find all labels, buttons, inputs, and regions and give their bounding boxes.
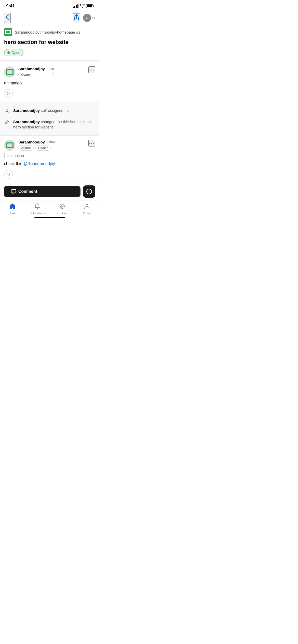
breadcrumb: Sarahmoodjoy / moodjoyhomepage #2	[4, 28, 95, 36]
repo-avatar	[4, 28, 12, 36]
section-divider	[0, 60, 99, 62]
more-options-button[interactable]: ···	[88, 66, 95, 73]
emoji-button-2[interactable]: ☺	[4, 170, 13, 179]
svg-rect-15	[6, 147, 13, 148]
avatar-section: S	[83, 14, 95, 22]
status-icons	[73, 4, 93, 8]
activity-title-changed: Sarahmoodjoy changed the title hero sect…	[4, 116, 95, 132]
svg-point-21	[86, 204, 88, 206]
issue-title: hero section for website	[4, 39, 95, 46]
svg-rect-2	[4, 28, 12, 36]
svg-rect-5	[5, 30, 6, 34]
more-options-button-2[interactable]: ···	[88, 140, 95, 147]
svg-rect-4	[5, 33, 11, 34]
svg-rect-10	[6, 69, 7, 75]
avatar	[4, 66, 15, 78]
signal-bars-icon	[73, 4, 78, 8]
battery-icon	[86, 4, 93, 8]
second-comment: Sarahmoodjoy · now Author Owner ··· anim…	[0, 136, 99, 183]
svg-rect-14	[6, 142, 13, 143]
tab-bar: Home Notifications Explore Profi	[0, 200, 99, 216]
svg-point-13	[4, 140, 15, 151]
author-name-row: Sarahmoodjoy · 1m	[18, 67, 54, 71]
tab-home[interactable]: Home	[0, 203, 25, 215]
svg-rect-9	[6, 74, 13, 75]
author-name-row-2: Sarahmoodjoy · now	[18, 140, 56, 144]
tab-profile-label: Profile	[83, 212, 91, 215]
role-badge: Owner	[18, 72, 54, 77]
svg-rect-8	[6, 69, 13, 70]
svg-rect-16	[6, 142, 7, 148]
activity-title-text: Sarahmoodjoy changed the title hero sect…	[13, 119, 91, 130]
tab-notifications[interactable]: Notifications	[25, 203, 50, 215]
home-icon	[9, 203, 16, 211]
dot-1	[92, 17, 93, 19]
info-button[interactable]	[83, 185, 95, 198]
comment-header: Sarahmoodjoy · 1m Owner ···	[4, 66, 95, 78]
avatar-2	[4, 140, 15, 151]
person-icon	[4, 108, 10, 114]
status-time: 9:41	[6, 4, 15, 9]
author-name-2: Sarahmoodjoy	[18, 140, 45, 144]
svg-rect-6	[10, 30, 11, 34]
comment-meta: Sarahmoodjoy · 1m Owner	[18, 67, 54, 77]
activity-text: Sarahmoodjoy self-assigned this	[13, 108, 70, 113]
notifications-icon	[34, 203, 40, 211]
profile-icon	[84, 203, 90, 211]
open-dot-icon	[7, 51, 10, 54]
activity-section: Sarahmoodjoy self-assigned this Sarahmoo…	[0, 102, 99, 136]
svg-point-12	[6, 109, 8, 111]
comment-body-2: check this @Robertmoodjoy	[4, 161, 95, 167]
tab-profile[interactable]: Profile	[75, 203, 100, 215]
tab-home-label: Home	[9, 212, 16, 215]
back-button[interactable]	[4, 13, 11, 23]
explore-icon	[59, 203, 65, 211]
first-comment: Sarahmoodjoy · 1m Owner ··· animation ☺	[0, 62, 99, 102]
role-badges: Author Owner	[18, 145, 56, 151]
emoji-button[interactable]: ☺	[4, 89, 13, 98]
pencil-icon	[4, 120, 10, 125]
role-badge-author: Author	[18, 145, 34, 151]
nav-header: S	[0, 11, 99, 26]
issue-header: Sarahmoodjoy / moodjoyhomepage #2 hero s…	[0, 26, 99, 60]
user-avatar-small: S	[83, 14, 91, 22]
issue-status-badge: Open	[4, 49, 23, 56]
quote-block: animation	[4, 153, 95, 158]
svg-point-19	[89, 190, 89, 191]
old-title: hero section	[70, 120, 91, 124]
home-indicator	[0, 216, 99, 219]
role-badge-owner: Owner	[35, 145, 50, 151]
comment-button[interactable]: Comment	[4, 186, 80, 197]
repo-breadcrumb-text: Sarahmoodjoy / moodjoyhomepage #2	[15, 30, 80, 34]
author-row: Sarahmoodjoy · 1m Owner	[4, 66, 54, 78]
svg-text:S: S	[86, 17, 88, 19]
action-row: Comment	[0, 183, 99, 200]
comment-body: animation	[4, 80, 95, 86]
nav-actions: S	[73, 13, 95, 22]
share-button[interactable]	[73, 13, 80, 22]
bottom-action-bar: Comment	[0, 183, 99, 200]
comment-header-2: Sarahmoodjoy · now Author Owner ···	[4, 140, 95, 151]
tab-explore-label: Explore	[57, 212, 67, 215]
mention: @Robertmoodjoy	[23, 162, 55, 166]
svg-point-7	[4, 66, 15, 78]
home-indicator-bar	[34, 217, 65, 218]
status-bar: 9:41	[0, 0, 99, 11]
author-name: Sarahmoodjoy	[18, 67, 45, 71]
tab-explore[interactable]: Explore	[50, 203, 75, 215]
wifi-icon	[80, 4, 85, 8]
activity-self-assigned: Sarahmoodjoy self-assigned this	[4, 105, 95, 116]
svg-rect-17	[12, 142, 13, 148]
tab-notifications-label: Notifications	[30, 212, 45, 215]
svg-rect-3	[5, 30, 11, 31]
comment-meta-2: Sarahmoodjoy · now Author Owner	[18, 140, 56, 151]
author-row-2: Sarahmoodjoy · now Author Owner	[4, 140, 56, 151]
dot-2	[94, 17, 95, 19]
svg-rect-11	[12, 69, 13, 75]
